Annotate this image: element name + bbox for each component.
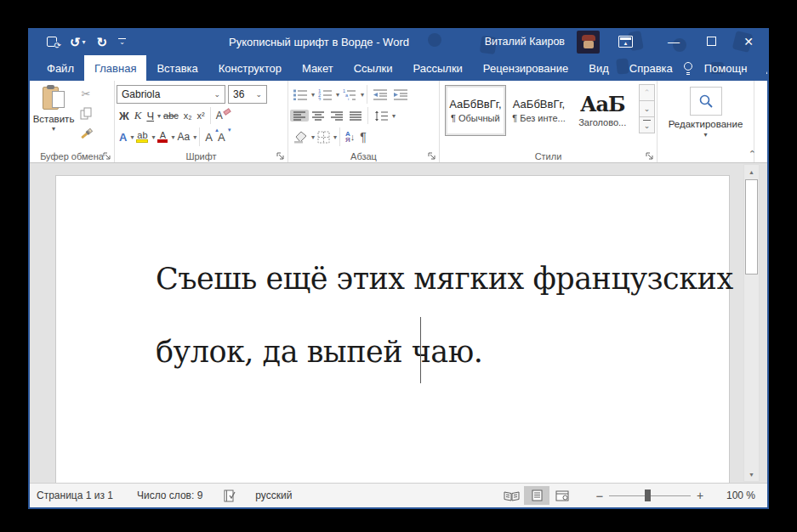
paragraph-dialog-launcher-icon[interactable] (428, 152, 436, 161)
styles-dialog-launcher-icon[interactable] (646, 152, 654, 161)
collapse-ribbon-button[interactable]: ⌃ (749, 149, 756, 160)
format-painter-button[interactable] (76, 125, 96, 141)
font-dialog-launcher-icon[interactable] (276, 152, 285, 161)
decrease-indent-button[interactable] (370, 88, 390, 101)
align-right-button[interactable] (327, 110, 346, 122)
tab-design[interactable]: Конструктор (208, 55, 292, 81)
scroll-up-arrow[interactable]: ▲ (744, 165, 759, 178)
minimize-button[interactable]: — (655, 35, 692, 48)
style-no-spacing[interactable]: АаБбВвГг, ¶ Без инте... (509, 85, 570, 136)
italic-button[interactable]: К (132, 108, 145, 123)
clear-formatting-button[interactable]: А (213, 109, 225, 122)
language-indicator[interactable]: русский (255, 490, 292, 501)
undo-dropdown-icon[interactable]: ▾ (83, 38, 86, 46)
divider (199, 127, 200, 146)
shrink-font-button[interactable]: А▼ (215, 130, 228, 144)
tab-home[interactable]: Главная (84, 55, 146, 81)
bold-button[interactable]: Ж (117, 109, 132, 123)
ribbon-display-options-icon[interactable]: ▲ (618, 36, 633, 48)
copy-button[interactable] (76, 105, 96, 122)
print-layout-button[interactable] (524, 486, 549, 505)
borders-dropdown-icon[interactable]: ▾ (333, 133, 337, 141)
search-box (690, 87, 722, 116)
paste-button[interactable]: Вставить ▾ (31, 83, 76, 141)
tab-mailings[interactable]: Рассылки (402, 55, 472, 81)
zoom-out-button[interactable]: − (594, 489, 606, 503)
style-name: ¶ Обычный (451, 113, 500, 123)
style-normal[interactable]: АаБбВвГг, ¶ Обычный (445, 85, 506, 136)
maximize-button[interactable] (692, 35, 730, 48)
tab-insert[interactable]: Вставка (146, 55, 208, 81)
tell-me-assistant[interactable]: Помощн (701, 62, 751, 75)
multilevel-dropdown-icon[interactable]: ▾ (361, 91, 364, 99)
paint-bucket-icon (293, 131, 308, 144)
font-name-combo[interactable]: Gabriola ⌄ (117, 85, 225, 104)
word-count[interactable]: Число слов: 9 (137, 490, 202, 501)
style-heading1[interactable]: АаБ Заголово... (572, 85, 633, 136)
show-paragraph-marks-button[interactable]: ¶ (357, 129, 369, 144)
font-color-button[interactable]: А (155, 130, 170, 144)
proofing-status-button[interactable] (223, 490, 236, 502)
styles-scroll-up-button[interactable]: ⌃ (639, 84, 655, 101)
bullets-button[interactable] (290, 88, 310, 101)
close-button[interactable]: ✕ (730, 35, 767, 48)
tab-view[interactable]: Вид (578, 55, 619, 81)
font-size-combo[interactable]: 36 ⌄ (228, 85, 267, 104)
text-effects-button[interactable]: А (117, 130, 129, 144)
strikethrough-button[interactable]: abc (161, 110, 181, 122)
zoom-level[interactable]: 100 % (720, 490, 755, 501)
save-icon[interactable]: ⟳ (47, 37, 59, 48)
tab-help[interactable]: Справка (619, 55, 683, 81)
zoom-slider-thumb[interactable] (645, 490, 651, 501)
justify-button[interactable] (346, 110, 365, 122)
numbering-button[interactable]: 123 (315, 88, 335, 101)
tabrow-right: Помощн + Поделиться (683, 55, 767, 81)
paste-clipboard-icon (43, 85, 65, 112)
document-page[interactable]: Съешь ещё этих мягких французских булок,… (55, 175, 730, 483)
styles-more-button[interactable]: ⌄ (639, 116, 655, 133)
underline-button[interactable]: Ч (144, 109, 157, 123)
cut-button[interactable]: ✂ (76, 86, 96, 102)
scissors-icon: ✂ (82, 88, 91, 100)
multilevel-list-button[interactable]: 1ai (339, 88, 360, 101)
page-indicator[interactable]: Страница 1 из 1 (37, 490, 113, 501)
tab-layout[interactable]: Макет (292, 55, 344, 81)
tab-review[interactable]: Рецензирование (473, 55, 578, 81)
increase-indent-button[interactable] (390, 88, 411, 101)
ribbon-tab-row: Файл Главная Вставка Конструктор Макет С… (30, 55, 767, 81)
customize-qat-button[interactable]: ⌄ (118, 38, 126, 45)
undo-button[interactable]: ↺ ▾ (70, 36, 86, 48)
redo-button[interactable]: ↻ (97, 36, 108, 48)
align-center-button[interactable] (309, 110, 327, 122)
change-case-dropdown-icon[interactable]: ▾ (193, 133, 196, 141)
sort-button[interactable]: А Я ↓ (343, 130, 357, 144)
web-layout-button[interactable] (549, 486, 575, 505)
scroll-down-arrow[interactable]: ▼ (744, 467, 759, 481)
borders-icon (317, 131, 330, 144)
zoom-slider[interactable] (609, 489, 691, 502)
shading-button[interactable] (290, 130, 310, 144)
line-spacing-icon (373, 110, 389, 122)
chevron-down-icon: ⌄ (209, 90, 225, 99)
vertical-scrollbar[interactable]: ▲ ▼ (743, 164, 760, 482)
subscript-button[interactable]: x₂ (181, 110, 195, 122)
borders-button[interactable] (315, 130, 333, 144)
line-spacing-dropdown-icon[interactable]: ▾ (392, 112, 396, 120)
clipboard-dialog-launcher-icon[interactable] (103, 152, 111, 161)
style-preview: АаБ (580, 94, 625, 115)
editing-button[interactable]: Редактирование ▾ (659, 83, 752, 139)
highlight-button[interactable]: ab (134, 130, 151, 144)
scrollbar-thumb[interactable] (745, 179, 758, 274)
read-mode-button[interactable] (498, 486, 524, 505)
line-spacing-button[interactable] (371, 110, 391, 122)
change-case-button[interactable]: Аа (174, 130, 192, 144)
superscript-button[interactable]: x² (195, 110, 208, 122)
grow-font-button[interactable]: А▲ (202, 130, 215, 144)
tab-file[interactable]: Файл (37, 55, 84, 81)
styles-scroll-down-button[interactable]: ⌄ (639, 100, 655, 117)
tab-references[interactable]: Ссылки (344, 55, 403, 81)
align-left-button[interactable] (290, 110, 309, 122)
zoom-in-button[interactable]: + (694, 489, 706, 502)
avatar[interactable] (577, 31, 600, 54)
user-name[interactable]: Виталий Каиров (485, 36, 565, 48)
